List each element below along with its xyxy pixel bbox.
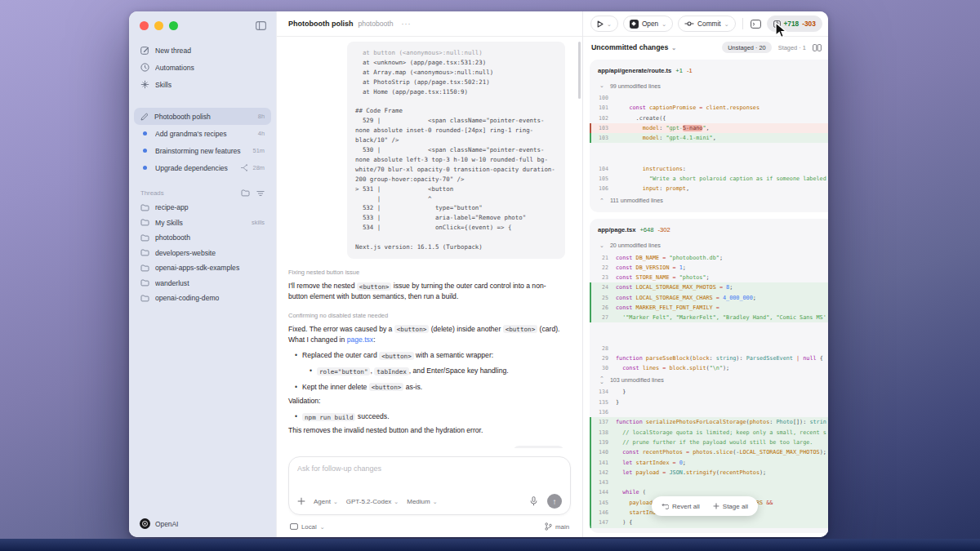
- folder-item[interactable]: wanderlust: [134, 276, 271, 291]
- footer-account-label[interactable]: OpenAI: [155, 520, 178, 528]
- run-button[interactable]: ⌄: [590, 16, 618, 32]
- open-in-editor-button[interactable]: Open ⌄: [623, 16, 673, 32]
- line-number: 26: [591, 304, 616, 311]
- folder-label: wanderlust: [155, 279, 265, 287]
- diff-code: }: [616, 399, 828, 406]
- chevron-down-icon: ⌄: [662, 21, 666, 27]
- unmodified-lines-toggle[interactable]: ⌃⌄103 unmodified lines: [590, 373, 828, 387]
- tab-unstaged[interactable]: Unstaged · 20: [722, 42, 771, 53]
- file-link[interactable]: page.tsx: [347, 335, 374, 344]
- sidebar-item-label: Automations: [155, 64, 265, 72]
- diff-code: '"Marker Felt", "MarkerFelt", "Bradley H…: [616, 314, 828, 321]
- message-paragraph: Fixed. The error was caused by a <button…: [288, 324, 564, 345]
- unmodified-lines-toggle[interactable]: ⌄20 unmodified lines: [590, 238, 828, 252]
- thread-item[interactable]: Upgrade dependencies28m: [134, 159, 271, 176]
- branch-name[interactable]: main: [555, 523, 569, 531]
- thread-menu-button[interactable]: ···: [402, 20, 412, 28]
- folder-label: openai-coding-demo: [155, 294, 265, 302]
- diff-code: const captionPromise = client.responses: [616, 104, 828, 111]
- inline-code: <button>: [503, 325, 538, 333]
- terminal-line: [355, 97, 557, 107]
- folder-label: My Skills: [155, 219, 244, 227]
- minimize-window-button[interactable]: [154, 21, 163, 30]
- diff-row: 25const LOCAL_STORAGE_MAX_CHARS = 4_000_…: [590, 293, 828, 303]
- send-button[interactable]: ↑: [547, 494, 562, 509]
- play-icon: [597, 20, 604, 28]
- file-deletions: -1: [687, 67, 693, 74]
- sidebar-item-automations[interactable]: Automations: [134, 59, 271, 76]
- line-number: 28: [591, 345, 616, 352]
- terminal-line: at PhotoStrip (app/page.tsx:502:21): [355, 78, 557, 87]
- unmodified-lines-label: 111 unmodified lines: [610, 197, 663, 204]
- diff-row: 106 input: prompt,: [590, 184, 828, 193]
- reasoning-dropdown[interactable]: Medium⌄: [407, 498, 437, 505]
- thread-item[interactable]: Photobooth polish8h: [134, 108, 271, 125]
- unmodified-lines-toggle[interactable]: ⌄99 unmodified lines: [590, 79, 828, 93]
- mouse-cursor: [775, 22, 789, 40]
- stage-all-button[interactable]: Stage all: [706, 503, 755, 510]
- microphone-icon[interactable]: [530, 496, 537, 506]
- app-window: New threadAutomationsSkills Photobooth p…: [129, 11, 828, 537]
- zoom-window-button[interactable]: [169, 21, 178, 30]
- terminal-icon[interactable]: [751, 20, 761, 29]
- chat-scrollbar[interactable]: [578, 42, 581, 99]
- diff-code: model: "gpt-4.1-mini",: [616, 135, 828, 141]
- changes-dropdown[interactable]: Uncommitted changes⌄: [591, 43, 676, 51]
- folder-item[interactable]: My Skillsskills: [134, 216, 271, 231]
- diff-gap: [590, 322, 828, 343]
- tab-staged[interactable]: Staged · 1: [778, 44, 806, 51]
- line-number: 142: [591, 469, 616, 476]
- thread-item[interactable]: Add grandma's recipes4h: [134, 125, 271, 142]
- diff-code: const MARKER_FELT_FONT_FAMILY =: [616, 304, 828, 311]
- line-number: 139: [591, 439, 616, 446]
- terminal-line: > 531 | <button: [355, 184, 557, 194]
- line-number: 100: [591, 95, 616, 101]
- inline-code: role="button": [317, 367, 370, 375]
- terminal-line: at button (<anonymous>:null:null): [355, 48, 557, 58]
- folder-item[interactable]: openai-apps-sdk-examples: [134, 260, 271, 276]
- environment-dropdown[interactable]: Local: [301, 523, 317, 531]
- folder-item[interactable]: recipe-app: [134, 200, 271, 216]
- worktree-icon: [240, 164, 247, 171]
- folder-item[interactable]: openai-coding-demo: [134, 291, 271, 306]
- model-dropdown[interactable]: GPT-5.2-Codex⌄: [346, 498, 399, 505]
- new-folder-icon[interactable]: [241, 189, 250, 197]
- diff-row: 138 // localStorage quota is limited; ke…: [590, 428, 828, 438]
- attach-plus-icon[interactable]: [297, 497, 305, 505]
- sidebar-item-new-thread[interactable]: New thread: [134, 42, 271, 59]
- thread-item[interactable]: Brainstorming new features51m: [134, 142, 271, 159]
- line-number: 141: [591, 460, 616, 466]
- sidebar: New threadAutomationsSkills Photobooth p…: [129, 11, 276, 537]
- revert-all-button[interactable]: Revert all: [655, 503, 706, 510]
- diff-code: // prune further if the payload would st…: [616, 439, 828, 446]
- close-window-button[interactable]: [140, 21, 149, 30]
- file-additions: +648: [639, 226, 653, 233]
- message-paragraph: I'll remove the nested <button> issue by…: [288, 281, 564, 302]
- thread-label: Photobooth polish: [154, 113, 252, 121]
- folder-icon: [140, 234, 149, 242]
- split-view-icon[interactable]: [813, 44, 822, 51]
- chat-scroll-area[interactable]: at button (<anonymous>:null:null) at <un…: [277, 37, 582, 448]
- filter-icon[interactable]: [256, 190, 265, 197]
- folder-item[interactable]: developers-website: [134, 246, 271, 261]
- inline-code: npm run build: [302, 413, 355, 421]
- folder-tag: skills: [252, 219, 265, 226]
- diff-code: const recentPhotos = photos.slice(-LOCAL…: [616, 449, 828, 455]
- diff-file-header[interactable]: app/page.tsx+648-302: [590, 224, 828, 238]
- diff-code: let startIndex = 0;: [616, 460, 828, 466]
- unmodified-lines-toggle[interactable]: ⌃111 unmodified lines: [590, 193, 828, 207]
- sidebar-toggle-icon[interactable]: [256, 21, 266, 30]
- line-number: 105: [591, 176, 616, 182]
- diff-scroll-area[interactable]: app/api/generate/route.ts+1-1⌄99 unmodif…: [583, 58, 828, 537]
- agent-mode-dropdown[interactable]: Agent⌄: [314, 498, 338, 505]
- diff-file-header[interactable]: app/api/generate/route.ts+1-1: [590, 65, 828, 79]
- sidebar-item-skills[interactable]: Skills: [134, 76, 271, 93]
- commit-button[interactable]: Commit ⌄: [678, 16, 735, 32]
- unread-dot-icon: [143, 149, 147, 153]
- folder-item[interactable]: photobooth: [134, 230, 271, 246]
- line-number: 102: [591, 115, 616, 122]
- commit-icon: [684, 20, 694, 27]
- line-number: 135: [591, 399, 616, 406]
- terminal-line: | ^: [355, 194, 557, 204]
- followup-input[interactable]: [297, 464, 562, 486]
